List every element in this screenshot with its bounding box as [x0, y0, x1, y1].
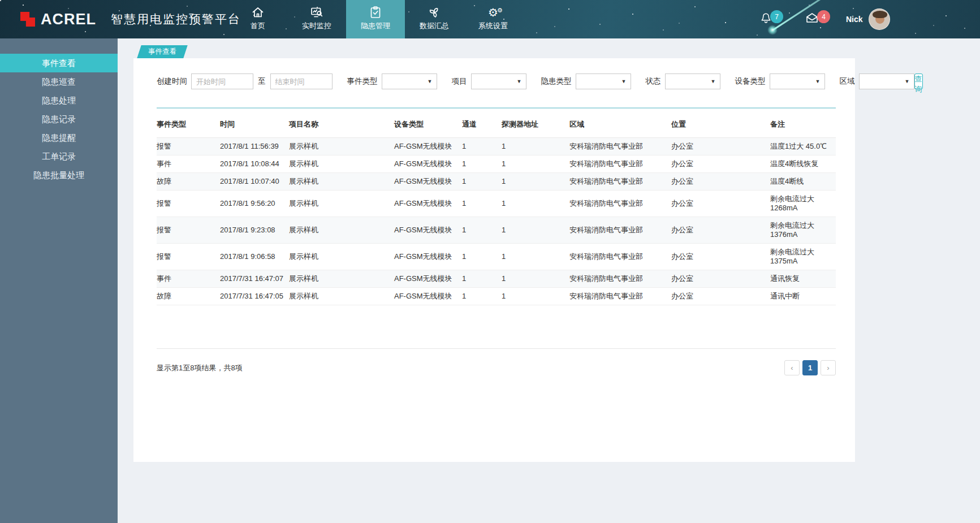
sidebar-item-7[interactable]: 隐患批量处理: [0, 166, 118, 184]
table-row[interactable]: 事件2017/7/31 16:47:07展示样机AF-GSM无线模块11安科瑞消…: [157, 270, 836, 288]
nav-item-system-settings[interactable]: ⚙⚙ 系统设置: [464, 0, 523, 38]
table-cell: 1: [502, 138, 569, 155]
nav-item-label: 隐患管理: [361, 21, 390, 31]
nav-item-home[interactable]: 首页: [228, 0, 287, 38]
table-row[interactable]: 报警2017/8/1 9:23:08展示样机AF-GSM无线模块11安科瑞消防电…: [157, 217, 836, 244]
search-button[interactable]: 查询: [914, 74, 923, 89]
table-cell: 1: [502, 173, 569, 191]
table-cell: AF-GSM无线模块: [394, 270, 462, 288]
clipboard-check-icon: [369, 6, 382, 19]
page-1-button[interactable]: 1: [802, 360, 818, 375]
nav-item-realtime-monitor[interactable]: 实时监控: [287, 0, 346, 38]
table-cell: 1: [502, 217, 569, 244]
events-table: 事件类型时间项目名称设备类型通道探测器地址区域位置备注 报警2017/8/1 1…: [157, 109, 836, 305]
hazard-type-select[interactable]: ▼: [576, 74, 631, 89]
notifications-button[interactable]: 7: [759, 11, 783, 27]
home-icon: [251, 6, 265, 19]
table-cell: 报警: [157, 191, 220, 217]
table-row[interactable]: 事件2017/8/1 10:08:44展示样机AF-GSM无线模块11安科瑞消防…: [157, 155, 836, 173]
area-select[interactable]: ▼: [859, 74, 914, 89]
tab-event-view[interactable]: 事件查看: [137, 45, 187, 58]
table-cell: 1: [462, 244, 502, 270]
table-cell: AF-GSM无线模块: [394, 244, 462, 270]
table-row[interactable]: 故障2017/8/1 10:07:40展示样机AF-GSM无线模块11安科瑞消防…: [157, 173, 836, 191]
table-cell: 1: [502, 270, 569, 288]
nav-item-hazard-management[interactable]: 隐患管理: [346, 0, 405, 38]
table-row[interactable]: 故障2017/7/31 16:47:05展示样机AF-GSM无线模块11安科瑞消…: [157, 288, 836, 305]
notification-count-badge: 7: [770, 10, 783, 23]
main-content: 事件查看 创建时间 至 事件类型 ▼ 项目 ▼ 隐患类型: [133, 45, 855, 462]
next-page-button[interactable]: ›: [821, 360, 836, 375]
table-cell: 报警: [157, 244, 220, 270]
filter-bar: 创建时间 至 事件类型 ▼ 项目 ▼ 隐患类型 ▼: [157, 58, 836, 89]
nav-item-label: 系统设置: [478, 21, 508, 31]
results-summary: 显示第1至8项结果，共8项: [157, 363, 243, 373]
table-cell: AF-GSM无线模块: [394, 155, 462, 173]
table-cell: AF-GSM无线模块: [394, 173, 462, 191]
sidebar-item-6[interactable]: 工单记录: [0, 147, 118, 166]
device-type-label: 设备类型: [735, 76, 766, 87]
sidebar-item-1[interactable]: 事件查看: [0, 54, 118, 72]
event-type-label: 事件类型: [347, 76, 378, 87]
chevron-down-icon: ▼: [621, 79, 627, 84]
app-title: 智慧用电监控预警平台: [111, 11, 241, 27]
messages-button[interactable]: 4: [805, 11, 830, 27]
status-select[interactable]: ▼: [665, 74, 720, 89]
content-panel: 创建时间 至 事件类型 ▼ 项目 ▼ 隐患类型 ▼: [133, 58, 855, 462]
table-cell: 2017/8/1 9:56:20: [220, 191, 289, 217]
end-time-input[interactable]: [270, 74, 333, 89]
table-cell: 温度4断线: [770, 173, 836, 191]
table-cell: 剩余电流过大 1268mA: [770, 191, 836, 217]
status-label: 状态: [646, 76, 661, 87]
table-row[interactable]: 报警2017/8/1 9:56:20展示样机AF-GSM无线模块11安科瑞消防电…: [157, 191, 836, 217]
prev-page-button[interactable]: ‹: [784, 360, 800, 375]
pagination: ‹ 1 ›: [784, 360, 836, 375]
breadcrumb: 事件查看: [133, 45, 855, 58]
table-header-row: 事件类型时间项目名称设备类型通道探测器地址区域位置备注: [157, 109, 836, 138]
device-type-select[interactable]: ▼: [770, 74, 825, 89]
chevron-down-icon: ▼: [517, 79, 522, 84]
sidebar-item-3[interactable]: 隐患处理: [0, 91, 118, 110]
filter-hazard-type: 隐患类型 ▼: [541, 74, 631, 89]
main-nav: 首页 实时监控 隐患管理: [228, 0, 523, 38]
table-cell: 展示样机: [289, 138, 394, 155]
nav-item-label: 数据汇总: [420, 21, 449, 31]
events-table-wrap: 事件类型时间项目名称设备类型通道探测器地址区域位置备注 报警2017/8/1 1…: [157, 107, 836, 305]
user-name: Nick: [846, 15, 863, 24]
table-cell: 展示样机: [289, 244, 394, 270]
table-row[interactable]: 报警2017/8/1 9:06:58展示样机AF-GSM无线模块11安科瑞消防电…: [157, 244, 836, 270]
event-type-select[interactable]: ▼: [382, 74, 437, 89]
table-cell: 1: [462, 173, 502, 191]
nav-item-label: 实时监控: [302, 21, 331, 31]
table-cell: 1: [462, 138, 502, 155]
navbar-right: 7 4 Nick: [759, 0, 890, 38]
table-cell: 安科瑞消防电气事业部: [569, 173, 671, 191]
table-cell: 1: [502, 155, 569, 173]
filter-status: 状态 ▼: [646, 74, 720, 89]
table-cell: 展示样机: [289, 191, 394, 217]
table-bottom-divider: [157, 348, 836, 349]
user-avatar[interactable]: [869, 8, 890, 30]
table-cell: 1: [462, 270, 502, 288]
column-header: 时间: [220, 109, 289, 138]
table-cell: AF-GSM无线模块: [394, 217, 462, 244]
table-cell: 剩余电流过大 1375mA: [770, 244, 836, 270]
table-row[interactable]: 报警2017/8/1 11:56:39展示样机AF-GSM无线模块11安科瑞消防…: [157, 138, 836, 155]
table-cell: 2017/8/1 11:56:39: [220, 138, 289, 155]
table-cell: 2017/8/1 9:23:08: [220, 217, 289, 244]
sidebar-item-2[interactable]: 隐患巡查: [0, 72, 118, 91]
sidebar-item-4[interactable]: 隐患记录: [0, 110, 118, 128]
gears-icon: ⚙⚙: [486, 6, 500, 19]
table-cell: 办公室: [671, 173, 770, 191]
table-cell: 通讯中断: [770, 288, 836, 305]
table-cell: 2017/8/1 10:07:40: [220, 173, 289, 191]
project-select[interactable]: ▼: [471, 74, 526, 89]
top-navbar: ACREL 智慧用电监控预警平台 首页: [0, 0, 980, 38]
sidebar-item-5[interactable]: 隐患提醒: [0, 128, 118, 147]
table-cell: 安科瑞消防电气事业部: [569, 217, 671, 244]
start-time-input[interactable]: [191, 74, 253, 89]
filter-project: 项目 ▼: [452, 74, 526, 89]
nav-item-data-summary[interactable]: 数据汇总: [405, 0, 464, 38]
table-cell: 办公室: [671, 217, 770, 244]
table-cell: 1: [462, 288, 502, 305]
